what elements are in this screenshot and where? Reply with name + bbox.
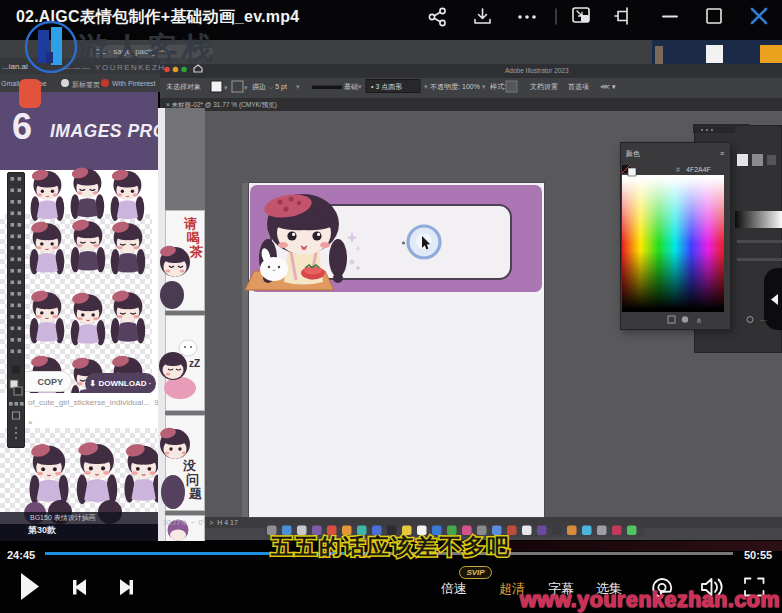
svg-text:首选项: 首选项	[568, 83, 589, 91]
svg-text:▾: ▾	[424, 83, 428, 90]
svg-text:没: 没	[182, 458, 196, 473]
svg-text:≡: ≡	[720, 150, 724, 157]
svg-text:⌵ 5 pt: ⌵ 5 pt	[268, 83, 287, 91]
svg-text:▾: ▾	[358, 83, 362, 90]
svg-text:30.77% ~ 0° > H 4 17: 30.77% ~ 0° > H 4 17	[163, 519, 238, 526]
svg-text:▾: ▾	[244, 84, 248, 91]
svg-text:#: #	[676, 166, 680, 173]
svg-text:4F2A4F: 4F2A4F	[686, 166, 711, 173]
svg-text:不透明度:: 不透明度:	[430, 83, 460, 91]
svg-text:基础: 基础	[344, 83, 358, 90]
svg-text:题: 题	[188, 486, 202, 501]
svg-text:⋔: ⋔	[696, 317, 702, 324]
svg-text:描边: 描边	[252, 83, 266, 91]
svg-text:• 3 点圆形: • 3 点圆形	[371, 83, 402, 91]
svg-text:100%: 100%	[462, 83, 480, 90]
svg-text:颜色: 颜色	[625, 150, 640, 157]
svg-text:游人客栈: 游人客栈	[76, 31, 217, 66]
svg-text:未选择对象: 未选择对象	[166, 83, 201, 91]
svg-text:▾: ▾	[224, 84, 228, 91]
svg-text:喝: 喝	[187, 230, 200, 245]
svg-text:zZ: zZ	[189, 358, 200, 369]
svg-text:▾: ▾	[296, 83, 300, 90]
svg-text:⋯: ⋯	[760, 317, 767, 324]
svg-text:⋘ ▾: ⋘ ▾	[600, 83, 616, 90]
svg-text:样式:: 样式:	[490, 83, 506, 90]
svg-text:▾: ▾	[482, 83, 486, 90]
svg-text:问: 问	[186, 472, 199, 487]
svg-text:——— YOURENKEZH: ——— YOURENKEZH	[63, 63, 166, 72]
svg-text:请: 请	[183, 216, 197, 231]
svg-text:文档设置: 文档设置	[530, 82, 558, 91]
svg-text:Adobe Illustrator 2023: Adobe Illustrator 2023	[505, 67, 569, 74]
svg-text:茶: 茶	[189, 244, 203, 259]
